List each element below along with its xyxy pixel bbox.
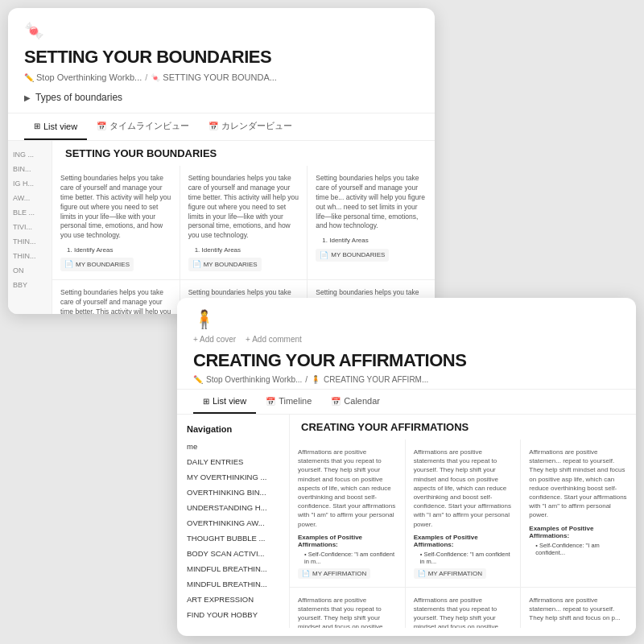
nav-item-9[interactable]: MINDFUL BREATHIN... xyxy=(177,576,289,592)
doc-icon-0: 📄 xyxy=(64,259,73,270)
logo-icon: 🍬 xyxy=(24,21,419,40)
nav-item-0[interactable]: me xyxy=(177,439,289,454)
bottom-breadcrumb-icon-2: 🧍 xyxy=(311,375,320,384)
tab-list-label: List view xyxy=(43,122,77,131)
toggle-arrow-icon: ▶ xyxy=(24,93,31,102)
tab-calendar[interactable]: 📅 カレンダービュー xyxy=(199,114,302,140)
bottom-card-4: Affirmations are positive statements tha… xyxy=(406,588,521,628)
sidebar-item-6[interactable]: THIN... xyxy=(8,234,52,249)
bottom-panel-title: CREATING YOUR AFFIRMATIONS xyxy=(193,350,620,371)
sidebar-item-4[interactable]: BLE ... xyxy=(8,205,52,220)
candy-icon: 🍬 xyxy=(151,73,160,82)
bottom-nav: Navigation me DAILY ENTRIES MY OVERTHINK… xyxy=(177,415,290,628)
top-card-3: Setting boundaries helps you take care o… xyxy=(52,280,180,314)
tab-timeline-label: タイムラインビュー xyxy=(109,120,189,132)
top-panel-header: 🍬 SETTING YOUR BOUNDARIES ✏️ Stop Overth… xyxy=(8,8,435,114)
bottom-card-text-5: Affirmations are positive statemen... re… xyxy=(529,596,628,623)
card-list-1: 1. Identify Areas xyxy=(195,246,299,254)
nav-item-6[interactable]: THOUGHT BUBBLE ... xyxy=(177,530,289,546)
bottom-card-example-2: Examples of Positive Affirmations: xyxy=(529,525,628,539)
bottom-card-text-0: Affirmations are positive statements tha… xyxy=(298,448,397,529)
bottom-tab-timeline-label: Timeline xyxy=(279,396,312,406)
bottom-section-title: CREATING YOUR AFFIRMATIONS xyxy=(290,415,636,440)
bottom-card-bullet-0: • Self-Confidence: "I am confident in m.… xyxy=(304,551,397,565)
bottom-header: 🧍 + Add cover + Add comment CREATING YOU… xyxy=(177,298,636,390)
bottom-tab-list[interactable]: ⊞ List view xyxy=(193,390,256,414)
top-content: ING ... BIN... IG H... AW... BLE ... TIV… xyxy=(8,141,435,314)
card-text-2: Setting boundaries helps you take care o… xyxy=(316,174,427,231)
breadcrumb-label-2: SETTING YOUR BOUNDA... xyxy=(163,72,277,82)
sidebar-item-1[interactable]: BIN... xyxy=(8,162,52,176)
bottom-main: CREATING YOUR AFFIRMATIONS Affirmations … xyxy=(290,415,636,628)
bottom-tabs: ⊞ List view 📅 Timeline 📅 Calendar xyxy=(177,390,636,415)
bottom-card-3: Affirmations are positive statements tha… xyxy=(290,588,405,628)
bottom-card-5: Affirmations are positive statemen... re… xyxy=(521,588,636,628)
toggle-label: Types of boundaries xyxy=(35,92,122,103)
top-main: SETTING YOUR BOUNDARIES Setting boundari… xyxy=(52,141,435,314)
nav-item-7[interactable]: BODY SCAN ACTIVI... xyxy=(177,546,289,561)
bottom-card-text-3: Affirmations are positive statements tha… xyxy=(298,596,397,628)
top-tabs: ⊞ List view 📅 タイムラインビュー 📅 カレンダービュー xyxy=(8,114,435,141)
nav-item-5[interactable]: OVERTHINKING AW... xyxy=(177,515,289,530)
sidebar-item-2[interactable]: IG H... xyxy=(8,176,52,191)
pencil-icon: ✏️ xyxy=(24,73,34,82)
bottom-card-1: Affirmations are positive statements tha… xyxy=(406,440,521,587)
calendar-icon-2: 📅 xyxy=(208,122,218,130)
nav-item-3[interactable]: OVERTHINKING BIN... xyxy=(177,485,289,500)
bottom-card-tag-1: 📄 MY AFFIRMATION xyxy=(414,568,486,579)
sidebar-item-5[interactable]: TIVI... xyxy=(8,220,52,234)
bottom-calendar-icon: 📅 xyxy=(331,397,341,406)
nav-item-4[interactable]: UNDERSTANDING H... xyxy=(177,500,289,515)
bottom-tab-calendar[interactable]: 📅 Calendar xyxy=(321,390,390,414)
bottom-card-example-0: Examples of Positive Affirmations: xyxy=(298,534,397,548)
sidebar-item-8[interactable]: ON xyxy=(8,263,52,278)
bottom-breadcrumb-icon-1: ✏️ xyxy=(193,375,203,384)
add-comment-button[interactable]: + Add comment xyxy=(246,335,302,344)
bottom-doc-icon-1: 📄 xyxy=(418,570,426,577)
nav-item-10[interactable]: ART EXPRESSION xyxy=(177,592,289,607)
add-actions: + Add cover + Add comment xyxy=(193,335,620,344)
top-section-title: SETTING YOUR BOUNDARIES xyxy=(52,141,435,166)
bottom-doc-icon-0: 📄 xyxy=(302,570,310,577)
sidebar-item-9[interactable]: BBY xyxy=(8,278,52,292)
bottom-breadcrumb-label-1: Stop Overthinking Workb... xyxy=(206,375,302,384)
card-text-1: Setting boundaries helps you take care o… xyxy=(188,174,299,241)
tab-list-view[interactable]: ⊞ List view xyxy=(24,114,87,140)
sidebar-item-7[interactable]: THIN... xyxy=(8,249,52,263)
nav-item-2[interactable]: MY OVERTHINKING ... xyxy=(177,469,289,485)
breadcrumb-sep: / xyxy=(145,72,147,82)
sidebar-item-3[interactable]: AW... xyxy=(8,191,52,205)
calendar-icon-1: 📅 xyxy=(97,122,106,130)
top-sidebar: ING ... BIN... IG H... AW... BLE ... TIV… xyxy=(8,141,52,314)
toggle-section[interactable]: ▶ Types of boundaries xyxy=(24,89,419,106)
bottom-card-2: Affirmations are positive statemen... re… xyxy=(521,440,636,587)
bottom-tab-timeline[interactable]: 📅 Timeline xyxy=(256,390,321,414)
nav-item-12[interactable]: MY HOBBY PLAN... xyxy=(177,622,289,628)
bottom-breadcrumb-label-2: CREATING YOUR AFFIRM... xyxy=(324,375,428,384)
sidebar-item-0[interactable]: ING ... xyxy=(8,147,52,162)
card-list-0: 1. Identify Areas xyxy=(67,246,171,254)
bottom-card-text-1: Affirmations are positive statements tha… xyxy=(414,448,513,529)
bottom-cards-grid: Affirmations are positive statements tha… xyxy=(290,440,636,628)
top-cards-grid: Setting boundaries helps you take care o… xyxy=(52,166,435,314)
card-text-0: Setting boundaries helps you take care o… xyxy=(60,174,171,241)
bottom-card-bullet-1: • Self-Confidence: "I am confident in m.… xyxy=(420,551,513,565)
card-tag-2: 📄 MY BOUNDARIES xyxy=(316,249,389,262)
nav-item-1[interactable]: DAILY ENTRIES xyxy=(177,454,289,469)
card-tag-1: 📄 MY BOUNDARIES xyxy=(188,258,262,271)
card-tag-0: 📄 MY BOUNDARIES xyxy=(60,258,134,271)
bottom-card-0: Affirmations are positive statements tha… xyxy=(290,440,405,587)
breadcrumb-item-1[interactable]: ✏️ Stop Overthinking Workb... xyxy=(24,72,142,82)
bottom-content: Navigation me DAILY ENTRIES MY OVERTHINK… xyxy=(177,415,636,628)
nav-item-8[interactable]: MINDFUL BREATHIN... xyxy=(177,561,289,576)
bottom-card-tag-0: 📄 MY AFFIRMATION xyxy=(298,568,370,579)
doc-icon-1: 📄 xyxy=(192,259,201,270)
person-icon: 🧍 xyxy=(193,309,620,330)
top-panel: 🍬 SETTING YOUR BOUNDARIES ✏️ Stop Overth… xyxy=(8,8,435,314)
nav-item-11[interactable]: FIND YOUR HOBBY xyxy=(177,607,289,622)
top-card-0: Setting boundaries helps you take care o… xyxy=(52,166,180,279)
breadcrumb-item-2[interactable]: 🍬 SETTING YOUR BOUNDA... xyxy=(151,72,277,82)
tab-calendar-label: カレンダービュー xyxy=(221,120,292,132)
tab-timeline[interactable]: 📅 タイムラインビュー xyxy=(87,114,199,140)
add-cover-button[interactable]: + Add cover xyxy=(193,335,236,344)
